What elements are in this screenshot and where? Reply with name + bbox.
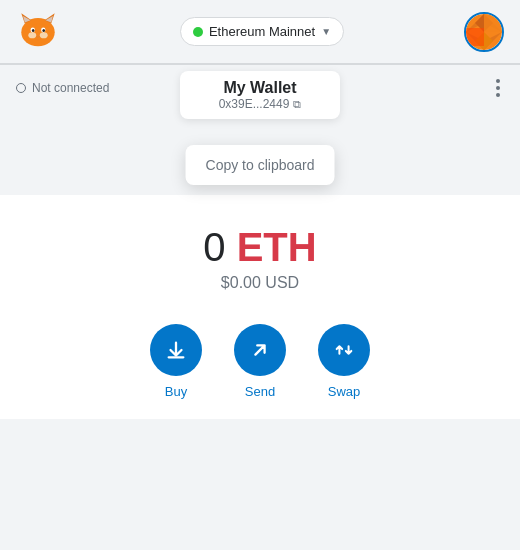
svg-point-6 (28, 32, 36, 38)
copy-tooltip: Copy to clipboard (186, 145, 335, 185)
svg-point-11 (42, 28, 45, 31)
eth-currency: ETH (237, 225, 317, 269)
disconnected-icon (16, 83, 26, 93)
action-buttons: Buy Send Swap (150, 324, 370, 399)
buy-icon-circle (150, 324, 202, 376)
svg-rect-14 (466, 28, 484, 46)
network-selector[interactable]: Ethereum Mainnet ▼ (180, 17, 344, 46)
svg-point-10 (32, 28, 35, 31)
swap-icon-circle (318, 324, 370, 376)
main-content: 0 ETH $0.00 USD Buy Send (0, 195, 520, 419)
svg-point-7 (40, 32, 48, 38)
wallet-address-row[interactable]: 0x39E...2449 ⧉ (219, 97, 302, 111)
metamask-logo[interactable] (16, 8, 60, 56)
buy-button[interactable]: Buy (150, 324, 202, 399)
chevron-down-icon: ▼ (321, 26, 331, 37)
wallet-info-card: My Wallet 0x39E...2449 ⧉ (180, 71, 340, 119)
download-icon (165, 339, 187, 361)
wallet-address-text: 0x39E...2449 (219, 97, 290, 111)
more-options-button[interactable] (492, 75, 504, 101)
tooltip-text: Copy to clipboard (206, 157, 315, 173)
header: Ethereum Mainnet ▼ (0, 0, 520, 64)
dot3 (496, 93, 500, 97)
swap-label: Swap (328, 384, 361, 399)
network-label: Ethereum Mainnet (209, 24, 315, 39)
swap-icon (333, 339, 355, 361)
svg-point-12 (36, 35, 40, 38)
swap-button[interactable]: Swap (318, 324, 370, 399)
buy-label: Buy (165, 384, 187, 399)
connection-label: Not connected (32, 81, 109, 95)
send-button[interactable]: Send (234, 324, 286, 399)
eth-balance: 0 ETH (203, 225, 316, 270)
dot1 (496, 79, 500, 83)
copy-address-icon[interactable]: ⧉ (293, 98, 301, 111)
send-label: Send (245, 384, 275, 399)
send-icon-circle (234, 324, 286, 376)
connection-status: Not connected (16, 81, 109, 95)
dot2 (496, 86, 500, 90)
usd-balance: $0.00 USD (221, 274, 299, 292)
wallet-name: My Wallet (223, 79, 296, 97)
account-row: Not connected My Wallet 0x39E...2449 ⧉ (0, 65, 520, 111)
eth-amount: 0 (203, 225, 225, 269)
send-icon (249, 339, 271, 361)
account-section: Not connected My Wallet 0x39E...2449 ⧉ C… (0, 65, 520, 195)
svg-rect-15 (484, 14, 502, 32)
account-avatar[interactable] (464, 12, 504, 52)
network-status-dot (193, 27, 203, 37)
